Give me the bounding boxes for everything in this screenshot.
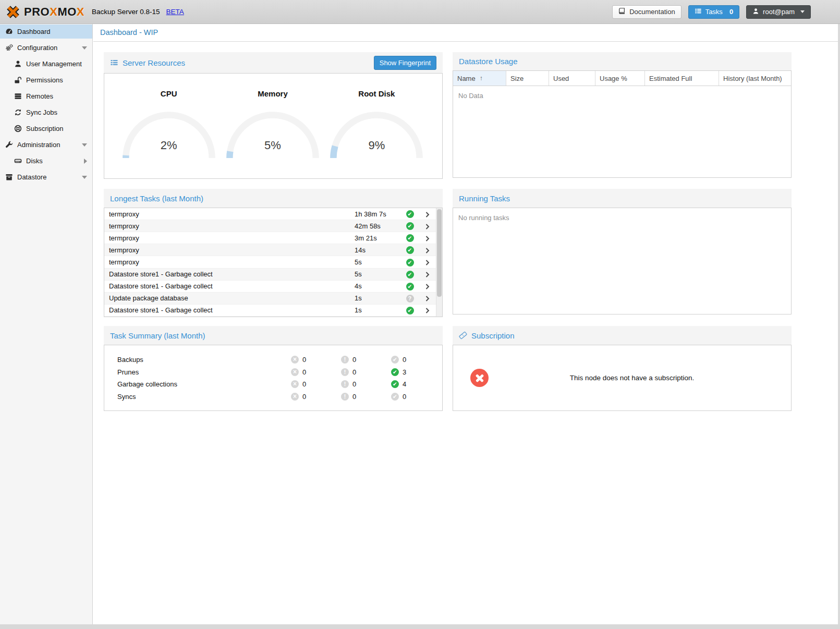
task-row[interactable]: Datastore store1 - Garbage collect1s bbox=[104, 305, 436, 317]
open-task-button[interactable] bbox=[418, 270, 436, 278]
root-disk-percent: 9% bbox=[327, 139, 426, 152]
column-header-name[interactable]: Name↑ bbox=[453, 71, 506, 86]
tachometer-icon bbox=[5, 28, 13, 35]
book-icon bbox=[618, 7, 626, 16]
task-row[interactable]: Datastore store1 - Garbage collect5s bbox=[104, 269, 436, 281]
open-task-button[interactable] bbox=[418, 246, 436, 254]
unlock-icon bbox=[14, 76, 22, 84]
sidebar-item-user-management[interactable]: User Management bbox=[0, 57, 92, 71]
warning-count-icon bbox=[341, 393, 349, 401]
warning-count-icon bbox=[341, 368, 349, 376]
root-disk-gauge: Root Disk 9% bbox=[325, 89, 429, 160]
status-unknown-icon bbox=[406, 295, 414, 303]
cogs-icon bbox=[5, 44, 13, 52]
open-task-button[interactable] bbox=[418, 258, 436, 266]
task-row[interactable]: termproxy3m 21s bbox=[104, 232, 436, 244]
warning-count-icon bbox=[341, 356, 349, 364]
proxmox-logo-icon bbox=[5, 4, 21, 20]
archive-icon bbox=[5, 173, 13, 181]
ok-count-icon bbox=[391, 393, 399, 401]
expand-caret-icon bbox=[84, 159, 87, 164]
brand-word: PROXMOX bbox=[24, 5, 84, 19]
open-task-button[interactable] bbox=[418, 234, 436, 242]
task-row[interactable]: termproxy5s bbox=[104, 256, 436, 268]
user-icon bbox=[752, 8, 759, 16]
column-header-used[interactable]: Used bbox=[549, 71, 595, 86]
task-row[interactable]: Datastore store1 - Garbage collect4s bbox=[104, 281, 436, 293]
longest-tasks-panel: Longest Tasks (last Month) termproxy1h 3… bbox=[104, 189, 443, 317]
open-task-button[interactable] bbox=[418, 282, 436, 290]
no-subscription-icon bbox=[470, 369, 489, 387]
error-count-icon bbox=[291, 368, 299, 376]
sidebar-item-disks[interactable]: Disks bbox=[0, 154, 92, 168]
documentation-button[interactable]: Documentation bbox=[612, 5, 681, 19]
product-subtitle: Backup Server 0.8-15 bbox=[92, 8, 160, 16]
sidebar-item-datastore[interactable]: Datastore bbox=[0, 170, 92, 184]
table-header: Name↑ Size Used Usage % Estimated Full H… bbox=[453, 71, 791, 86]
memory-gauge: Memory 5% bbox=[221, 89, 324, 160]
sort-ascending-icon: ↑ bbox=[480, 75, 483, 82]
summary-row-garbage-collections: Garbage collections 0 0 4 bbox=[104, 378, 442, 391]
sidebar-item-administration[interactable]: Administration bbox=[0, 138, 92, 152]
page-title: Dashboard - WIP bbox=[93, 24, 838, 41]
sidebar-item-subscription[interactable]: Subscription bbox=[0, 122, 92, 136]
panel-title: Longest Tasks (last Month) bbox=[110, 194, 203, 203]
server-stack-icon bbox=[14, 92, 22, 100]
summary-row-backups: Backups 0 0 0 bbox=[104, 354, 442, 366]
task-list-icon bbox=[695, 7, 702, 16]
ok-count-icon bbox=[391, 356, 399, 364]
column-header-history[interactable]: History (last Month) bbox=[719, 71, 791, 86]
task-row[interactable]: termproxy1h 38m 7s bbox=[104, 208, 436, 220]
tasks-count-badge: 0 bbox=[729, 8, 733, 16]
memory-percent: 5% bbox=[223, 139, 322, 152]
subscription-panel: Subscription This node does not have a s… bbox=[453, 326, 792, 411]
collapse-caret-icon bbox=[82, 46, 87, 50]
panel-title: Task Summary (last Month) bbox=[110, 331, 205, 340]
open-task-button[interactable] bbox=[418, 306, 436, 314]
sidebar: Dashboard Configuration User Management … bbox=[0, 24, 93, 624]
subscription-message: This node does not have a subscription. bbox=[489, 374, 791, 382]
scrollbar[interactable] bbox=[436, 208, 442, 317]
chevron-down-icon bbox=[800, 10, 805, 13]
sidebar-item-dashboard[interactable]: Dashboard bbox=[0, 25, 92, 39]
sidebar-item-configuration[interactable]: Configuration bbox=[0, 41, 92, 55]
status-ok-icon bbox=[406, 259, 414, 267]
status-ok-icon bbox=[406, 271, 414, 279]
datastore-usage-panel: Datastore Usage Name↑ Size Used Usage % … bbox=[453, 52, 792, 178]
status-ok-icon bbox=[406, 234, 414, 242]
server-resources-panel: Server Resources Show Fingerprint CPU 2%… bbox=[104, 52, 443, 179]
user-icon bbox=[14, 60, 22, 68]
user-menu-button[interactable]: root@pam bbox=[746, 5, 811, 19]
open-task-button[interactable] bbox=[418, 294, 436, 302]
column-header-usage[interactable]: Usage % bbox=[595, 71, 645, 86]
content-titlebar: Dashboard - WIP bbox=[93, 24, 838, 42]
tasks-button[interactable]: Tasks 0 bbox=[688, 5, 739, 19]
open-task-button[interactable] bbox=[418, 222, 436, 230]
task-row[interactable]: Update package database1s bbox=[104, 293, 436, 305]
summary-row-prunes: Prunes 0 0 3 bbox=[104, 366, 442, 379]
column-header-estimated-full[interactable]: Estimated Full bbox=[645, 71, 719, 86]
ok-count-icon bbox=[391, 368, 399, 376]
collapse-caret-icon bbox=[82, 176, 87, 179]
scrollbar-thumb[interactable] bbox=[437, 209, 442, 297]
task-row[interactable]: termproxy14s bbox=[104, 244, 436, 256]
column-header-size[interactable]: Size bbox=[506, 71, 549, 86]
show-fingerprint-button[interactable]: Show Fingerprint bbox=[374, 56, 436, 70]
status-ok-icon bbox=[406, 210, 414, 218]
panel-title: Subscription bbox=[471, 331, 515, 340]
ticket-icon bbox=[459, 331, 467, 340]
warning-count-icon bbox=[341, 380, 349, 388]
sidebar-item-remotes[interactable]: Remotes bbox=[0, 89, 92, 103]
running-tasks-panel: Running Tasks No running tasks bbox=[453, 189, 792, 314]
ok-count-icon bbox=[391, 380, 399, 388]
error-count-icon bbox=[291, 393, 299, 401]
open-task-button[interactable] bbox=[418, 210, 436, 218]
hdd-icon bbox=[14, 157, 22, 165]
error-count-icon bbox=[291, 380, 299, 388]
panel-title: Datastore Usage bbox=[459, 57, 518, 66]
sidebar-item-sync-jobs[interactable]: Sync Jobs bbox=[0, 105, 92, 119]
sidebar-item-permissions[interactable]: Permissions bbox=[0, 73, 92, 87]
beta-link[interactable]: BETA bbox=[166, 8, 184, 16]
refresh-icon bbox=[14, 108, 22, 116]
task-row[interactable]: termproxy42m 58s bbox=[104, 220, 436, 232]
